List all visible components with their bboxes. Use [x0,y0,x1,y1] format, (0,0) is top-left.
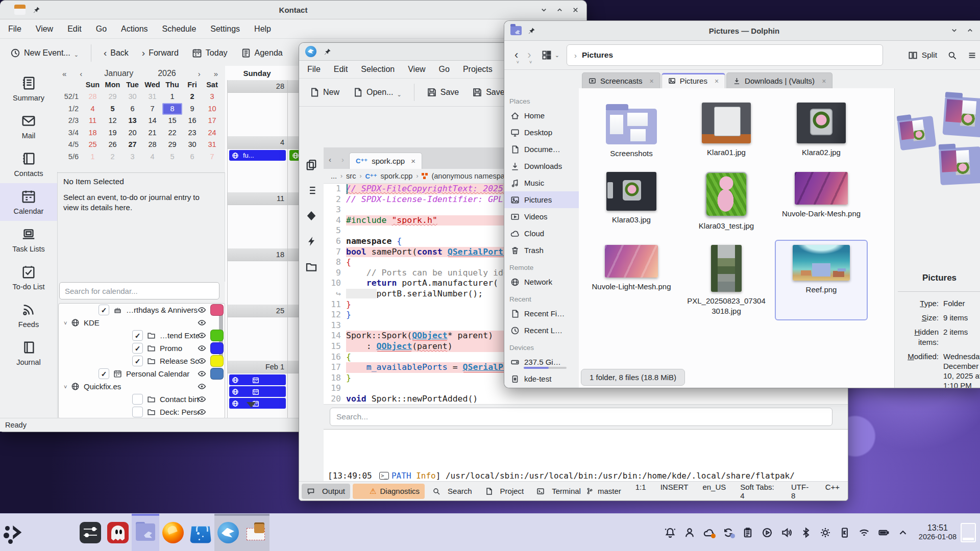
bluetooth-icon[interactable] [799,526,813,539]
place-item[interactable]: Home [504,107,579,124]
media-player-icon[interactable] [761,526,774,539]
status-item[interactable]: Soft Tabs: 4 [740,483,777,500]
chevron-down-icon[interactable]: ⌄ [555,52,559,59]
today-button[interactable]: Today [188,45,232,61]
output-pane[interactable]: [13:49:05 >_PATH Info] /usr/local/sbin:/… [324,429,848,482]
place-item[interactable]: Recent L… [504,322,579,339]
place-item[interactable]: Downloads [504,158,579,174]
status-item[interactable]: 1:1 [635,483,646,500]
notifications-icon[interactable] [664,526,677,539]
git-branch[interactable]: master [586,487,621,495]
mini-calendar-day[interactable]: 28 [142,139,162,151]
next-year-button[interactable]: » [214,69,218,78]
tab-spork-cpp[interactable]: C⁺⁺ spork.cpp × [349,153,422,169]
split-button[interactable]: Split [908,51,937,60]
calendar-list-item[interactable]: ˅ …tend External E [59,329,225,342]
sidebar-item[interactable]: Contacts [0,145,57,183]
status-item[interactable]: C++ [825,483,840,500]
mini-calendar-day[interactable]: 20 [122,127,142,139]
mini-calendar-day[interactable]: 7 [202,151,222,163]
event-block[interactable] [229,386,286,397]
eye-icon[interactable] [198,382,206,391]
eye-icon[interactable] [198,357,206,365]
maximize-icon[interactable] [556,6,564,14]
terminal-panel-button[interactable]: Terminal [531,484,586,499]
user-icon[interactable] [683,526,696,539]
ghostwriter-icon[interactable] [104,514,132,551]
clipboard-icon[interactable] [741,526,754,539]
place-item[interactable]: Trash [504,242,579,259]
mini-calendar-day[interactable]: 6 [182,151,202,163]
pin-icon[interactable] [528,27,535,35]
projects-icon[interactable] [305,261,317,273]
new-file-button[interactable]: New [305,84,344,101]
new-event-button[interactable]: New Event... ⌄ [6,45,83,61]
mini-calendar-day[interactable]: 23 [182,127,202,139]
chevron-down-icon[interactable]: ⌄ [74,52,79,58]
calendar-list-item[interactable]: ˅ Promo [59,342,225,355]
diagnostics-panel-button[interactable]: ⚠ Diagnostics [353,484,425,499]
back-button[interactable]: ‹Back [100,44,133,62]
dolphin-tab[interactable]: Pictures × [662,73,725,89]
place-item[interactable]: Pictures [504,191,579,208]
tab-close-icon[interactable]: × [822,77,826,85]
mini-calendar-day[interactable]: 17 [202,115,222,127]
mini-calendar-day[interactable]: 1 [162,91,182,103]
expander-icon[interactable]: ˅ [64,320,71,326]
sidebar-item[interactable]: To-do List [0,259,57,296]
system-settings-icon[interactable] [77,514,104,551]
mini-calendar-day[interactable]: 26 [103,139,122,151]
mini-calendar-day[interactable]: 12 [103,115,122,127]
mini-calendar-day[interactable]: 30 [182,139,202,151]
output-panel-button[interactable]: Output [302,484,350,499]
calendar-checkbox[interactable] [132,330,143,341]
mini-calendar-day[interactable]: 24 [202,127,222,139]
mini-calendar-day[interactable]: 22 [162,127,182,139]
mini-calendar-day[interactable]: 21 [142,127,162,139]
crumb-src[interactable]: src [346,172,356,180]
mini-calendar-day[interactable]: 4 [142,151,162,163]
minimize-icon[interactable] [540,6,548,14]
file-item[interactable]: Klara03_test.jpg [680,167,773,235]
sidebar-item[interactable]: Mail [0,108,57,145]
digital-clock[interactable]: 13:51 2026-01-08 [919,523,957,541]
open-file-button[interactable]: Open...⌄ [349,84,406,101]
place-item[interactable]: Cloud [504,225,579,242]
mini-calendar-day[interactable]: 2 [182,91,202,103]
file-item[interactable]: Klara02.jpg [775,97,868,163]
day-cell-header[interactable]: 18 [228,248,287,261]
sidebar-item[interactable]: Feeds [0,296,57,334]
mini-calendar-day[interactable]: 1 [83,151,103,163]
eye-icon[interactable] [198,395,206,404]
tab-next-icon[interactable]: › [336,155,349,169]
mini-calendar-day[interactable]: 15 [162,115,182,127]
device-item[interactable]: 237.5 Gi… [504,354,579,370]
prev-month-button[interactable]: ‹ [80,69,82,78]
maximize-icon[interactable] [966,27,974,34]
calendar-checkbox[interactable] [132,356,143,366]
pin-icon[interactable] [324,48,331,56]
search-panel-button[interactable]: Search [427,484,477,499]
status-item[interactable]: en_US [702,483,726,500]
menu-item[interactable]: Edit [67,24,82,34]
mini-calendar-day[interactable]: 19 [103,127,122,139]
eye-icon[interactable] [198,344,206,353]
menu-item[interactable]: Actions [121,24,148,34]
crumb-root[interactable]: ... [331,172,337,180]
eye-icon[interactable] [198,331,206,340]
tab-prev-icon[interactable]: ‹ [324,155,336,169]
kate-task[interactable] [214,514,242,551]
file-item[interactable]: Nuvole-Light-Mesh.png [585,240,678,321]
month-label[interactable]: January [104,69,133,78]
mini-calendar-day[interactable]: 3 [202,91,222,103]
calendar-list-item[interactable]: ˅ Contact birthday [59,393,225,406]
view-mode-icon[interactable] [542,50,552,60]
eye-icon[interactable] [198,306,206,314]
mini-calendar-day[interactable]: 7 [142,103,162,115]
calendar-checkbox[interactable] [132,343,143,354]
dolphin-tab[interactable]: Screencasts × [582,72,660,89]
eye-icon[interactable] [198,408,206,416]
file-item[interactable]: Klara01.jpg [680,97,773,163]
show-desktop-button[interactable] [961,523,976,542]
calendar-list-item[interactable]: ˅ KDE [59,316,225,329]
